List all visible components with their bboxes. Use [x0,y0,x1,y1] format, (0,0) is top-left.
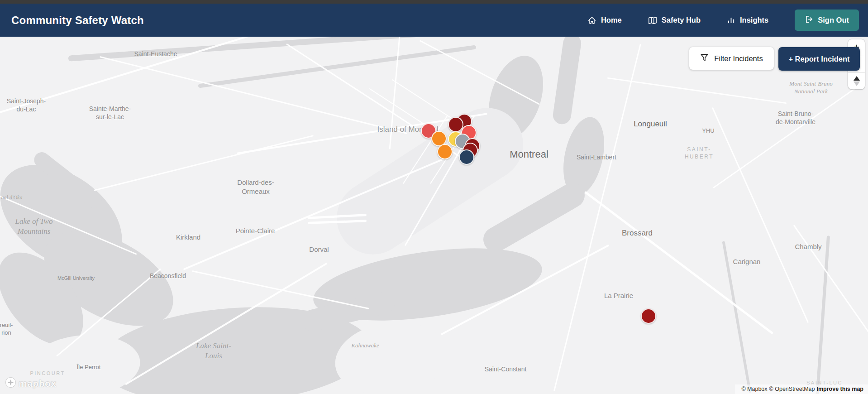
incident-marker[interactable] [437,144,453,159]
navbar-menu: HomeSafety HubInsights Sign Out [587,10,859,31]
improve-map-link[interactable]: Improve this map [817,386,864,392]
mapbox-logo-icon [5,376,17,390]
map-place-label: reuil- rion [0,322,13,337]
map-place-label: Dollard-des- Ormeaux [237,178,274,196]
road-line [389,37,401,149]
filter-incidents-button[interactable]: Filter Incidents [689,47,774,70]
road-line [94,135,314,191]
map-place-label: Carignan [733,257,761,266]
compass-button[interactable] [848,72,865,89]
road-line [793,225,868,336]
water-shape [479,178,589,257]
water-shape [68,37,420,62]
report-incident-button[interactable]: + Report Incident [778,47,860,71]
app-title: Community Safety Watch [11,14,144,27]
water-shape [722,241,752,393]
compass-needle-north-icon [854,76,860,81]
map-place-label: Sainte-Marthe- sur-le-Lac [89,105,131,121]
mapbox-logo[interactable]: mapbox [5,376,57,390]
nav-item-home[interactable]: Home [587,16,622,25]
sign-out-button[interactable]: Sign Out [795,10,859,31]
navbar: Community Safety Watch HomeSafety HubIns… [0,4,868,37]
nav-item-insights[interactable]: Insights [727,16,768,24]
road-line [713,83,862,188]
road-line [712,107,809,323]
sign-out-icon [805,15,813,25]
map-place-label: Dorval [309,245,329,254]
filter-incidents-label: Filter Incidents [714,54,763,63]
map-canvas[interactable]: Saint-EustacheSaint-Joseph- du-LacSainte… [0,37,868,394]
road-line [607,77,787,104]
nav-item-safety-hub[interactable]: Safety Hub [648,16,701,25]
incident-marker[interactable] [641,308,656,324]
map-place-label: Longueuil [634,119,667,129]
map-place-label: Saint-Bruno- de-Montarville [776,110,816,126]
browser-chrome-strip [0,0,868,4]
app-window: Community Safety Watch HomeSafety HubIns… [0,0,868,394]
sign-out-label: Sign Out [818,16,849,24]
nav-item-label: Home [601,16,622,24]
water-shape [552,37,582,125]
map-attribution: © Mapbox© OpenStreetMapImprove this map [735,384,868,394]
map-place-label: SAINT- HUBERT [685,146,714,160]
map-place-label: La Prairie [604,291,633,300]
nav-item-label: Safety Hub [662,16,701,24]
filter-funnel-icon [700,53,709,64]
bar-chart-icon [727,16,735,24]
osm-attribution-link[interactable]: © OpenStreetMap [769,386,815,392]
road-line [584,191,773,335]
map-icon [648,16,657,25]
map-place-label: YHU [702,127,714,135]
incident-marker[interactable] [459,149,474,165]
map-place-label: Kirkland [176,233,200,242]
nav-item-label: Insights [740,16,768,24]
map-place-label: Mont-Saint-Bruno National Park [789,80,832,96]
map-place-label: Saint-Constant [485,365,527,373]
mapbox-attribution-link[interactable]: © Mapbox [741,386,767,392]
mapbox-wordmark: mapbox [19,378,57,389]
water-shape [198,45,476,88]
road-line [100,56,407,134]
home-icon [587,16,596,25]
compass-needle-south-icon [854,82,860,86]
